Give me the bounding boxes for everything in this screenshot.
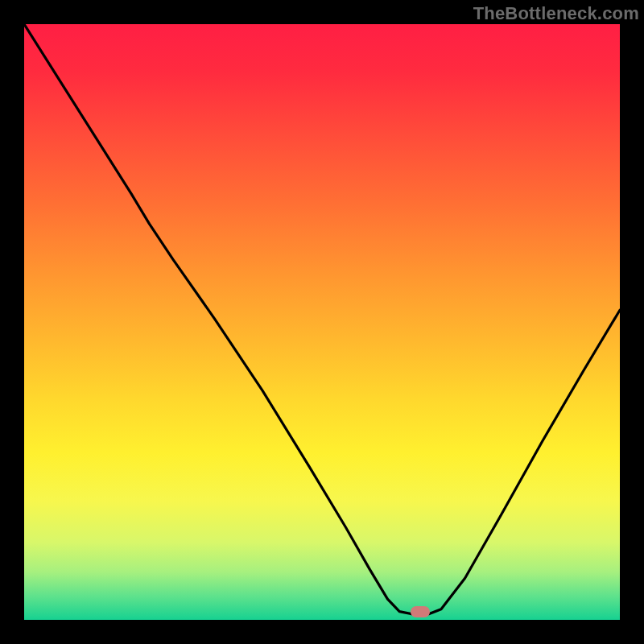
optimal-point-marker — [411, 606, 430, 617]
chart-frame: TheBottleneck.com — [0, 0, 644, 644]
gradient-plot-area — [24, 24, 620, 620]
watermark-text: TheBottleneck.com — [473, 3, 639, 24]
bottleneck-curve — [24, 24, 620, 620]
